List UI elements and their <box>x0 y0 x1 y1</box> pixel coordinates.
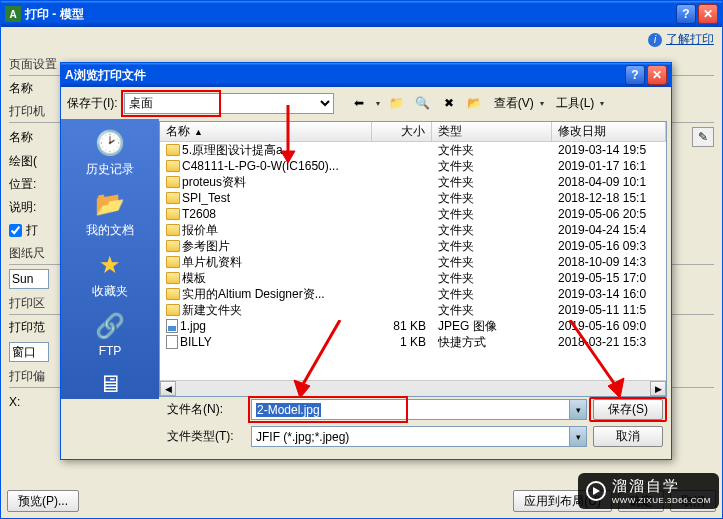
file-row[interactable]: T2608文件夹2019-05-06 20:5 <box>160 206 666 222</box>
file-type: 文件夹 <box>432 302 552 319</box>
view-dropdown[interactable]: ▾ <box>538 99 546 108</box>
dialog-close-button[interactable]: ✕ <box>647 65 667 85</box>
search-icon[interactable]: 🔍 <box>412 93 434 114</box>
file-row[interactable]: C48111-L-PG-0-W(IC1650)...文件夹2019-01-17 … <box>160 158 666 174</box>
col-size[interactable]: 大小 <box>372 122 432 141</box>
file-row[interactable]: 5.原理图设计提高a文件夹2019-03-14 19:5 <box>160 142 666 158</box>
col-type[interactable]: 类型 <box>432 122 552 141</box>
file-name: BILLY <box>180 335 212 349</box>
filename-input[interactable]: 2-Model.jpg ▾ <box>251 399 587 420</box>
file-date: 2019-03-14 16:0 <box>552 287 666 301</box>
file-type: 文件夹 <box>432 142 552 159</box>
folder-icon <box>166 272 180 284</box>
file-name: 1.jpg <box>180 319 206 333</box>
file-size: 81 KB <box>372 319 432 333</box>
view-menu[interactable]: 查看(V) <box>494 95 534 112</box>
paper-size-input[interactable] <box>9 269 49 289</box>
dialog-titlebar: A 浏览打印文件 ? ✕ <box>61 63 671 87</box>
file-type: 文件夹 <box>432 254 552 271</box>
file-date: 2018-03-21 15:3 <box>552 335 666 349</box>
sidebar-favorites-label: 收藏夹 <box>92 283 128 300</box>
file-date: 2018-12-18 15:1 <box>552 191 666 205</box>
file-row[interactable]: 模板文件夹2019-05-15 17:0 <box>160 270 666 286</box>
sidebar-history-label: 历史记录 <box>86 161 134 178</box>
file-name: 5.原理图设计提高a <box>182 142 283 159</box>
file-date: 2019-01-17 16:1 <box>552 159 666 173</box>
back-icon[interactable]: ⬅ <box>348 93 370 114</box>
folder-icon <box>166 176 180 188</box>
folder-icon <box>166 224 180 236</box>
play-icon <box>586 481 606 501</box>
file-name: T2608 <box>182 207 216 221</box>
file-row[interactable]: proteus资料文件夹2018-04-09 10:1 <box>160 174 666 190</box>
file-row[interactable]: 新建文件夹文件夹2019-05-11 11:5 <box>160 302 666 318</box>
watermark: 溜溜自学 WWW.ZIXUE.3D66.COM <box>578 473 719 509</box>
filetype-combo[interactable]: JFIF (*.jpg;*.jpeg) ▾ <box>251 426 587 447</box>
file-row[interactable]: 报价单文件夹2019-04-24 15:4 <box>160 222 666 238</box>
dialog-cancel-button[interactable]: 取消 <box>593 426 663 447</box>
pencil-icon[interactable]: ✎ <box>692 127 714 147</box>
folder-icon <box>166 256 180 268</box>
filetype-label: 文件类型(T): <box>167 428 245 445</box>
file-name: C48111-L-PG-0-W(IC1650)... <box>182 159 339 173</box>
col-name[interactable]: 名称 ▲ <box>160 122 372 141</box>
file-name: 模板 <box>182 270 206 287</box>
filetype-dropdown-icon[interactable]: ▾ <box>569 427 586 446</box>
tools-menu[interactable]: 工具(L) <box>556 95 595 112</box>
folder-icon <box>166 304 180 316</box>
tools-dropdown[interactable]: ▾ <box>598 99 606 108</box>
scroll-right-icon[interactable]: ▶ <box>650 381 666 396</box>
star-icon: ★ <box>94 249 126 281</box>
help-link[interactable]: 了解打印 <box>666 31 714 48</box>
new-folder-icon[interactable]: 📂 <box>464 93 486 114</box>
file-type: 文件夹 <box>432 190 552 207</box>
file-row[interactable]: 实用的Altium Designer资...文件夹2019-03-14 16:0 <box>160 286 666 302</box>
sidebar-ftp[interactable]: 🔗FTP <box>70 310 150 358</box>
folder-icon <box>166 160 180 172</box>
file-row[interactable]: 参考图片文件夹2019-05-16 09:3 <box>160 238 666 254</box>
file-name: 实用的Altium Designer资... <box>182 286 325 303</box>
dialog-help-button[interactable]: ? <box>625 65 645 85</box>
filename-dropdown-icon[interactable]: ▾ <box>569 400 586 419</box>
file-date: 2019-03-14 19:5 <box>552 143 666 157</box>
file-date: 2019-05-11 11:5 <box>552 303 666 317</box>
close-button[interactable]: ✕ <box>698 4 718 24</box>
filename-value: 2-Model.jpg <box>256 403 321 417</box>
file-type: JPEG 图像 <box>432 318 552 335</box>
location-combo[interactable]: 桌面 <box>124 93 334 114</box>
folder-icon <box>166 208 180 220</box>
file-type: 文件夹 <box>432 158 552 175</box>
up-folder-icon[interactable]: 📁 <box>386 93 408 114</box>
sidebar-favorites[interactable]: ★收藏夹 <box>70 249 150 300</box>
sidebar-documents[interactable]: 📂我的文档 <box>70 188 150 239</box>
history-icon: 🕑 <box>94 127 126 159</box>
col-date[interactable]: 修改日期 <box>552 122 666 141</box>
filetype-value: JFIF (*.jpg;*.jpeg) <box>256 430 349 444</box>
file-type: 文件夹 <box>432 238 552 255</box>
back-dropdown[interactable]: ▾ <box>374 99 382 108</box>
save-in-label: 保存于(I): <box>67 95 118 112</box>
dialog-title: 浏览打印文件 <box>74 67 146 84</box>
sidebar-ftp-label: FTP <box>99 344 122 358</box>
file-row[interactable]: BILLY1 KB快捷方式2018-03-21 15:3 <box>160 334 666 350</box>
file-row[interactable]: SPI_Test文件夹2018-12-18 15:1 <box>160 190 666 206</box>
file-row[interactable]: 单片机资料文件夹2018-10-09 14:3 <box>160 254 666 270</box>
file-list[interactable]: 名称 ▲ 大小 类型 修改日期 5.原理图设计提高a文件夹2019-03-14 … <box>159 121 667 397</box>
preview-button[interactable]: 预览(P)... <box>7 490 79 512</box>
sidebar-documents-label: 我的文档 <box>86 222 134 239</box>
file-row[interactable]: 1.jpg81 KBJPEG 图像2019-05-16 09:0 <box>160 318 666 334</box>
save-button[interactable]: 保存(S) <box>593 399 663 420</box>
horizontal-scrollbar[interactable]: ◀ ▶ <box>160 380 666 396</box>
print-to-file-check[interactable] <box>9 224 22 237</box>
window-input[interactable] <box>9 342 49 362</box>
app-icon: A <box>5 6 21 22</box>
scroll-left-icon[interactable]: ◀ <box>160 381 176 396</box>
desktop-icon: 🖥 <box>94 368 126 399</box>
help-button[interactable]: ? <box>676 4 696 24</box>
file-name: 新建文件夹 <box>182 302 242 319</box>
file-date: 2019-05-15 17:0 <box>552 271 666 285</box>
delete-icon[interactable]: ✖ <box>438 93 460 114</box>
sidebar-history[interactable]: 🕑历史记录 <box>70 127 150 178</box>
sidebar-desktop[interactable]: 🖥桌面 <box>70 368 150 399</box>
file-type: 文件夹 <box>432 270 552 287</box>
